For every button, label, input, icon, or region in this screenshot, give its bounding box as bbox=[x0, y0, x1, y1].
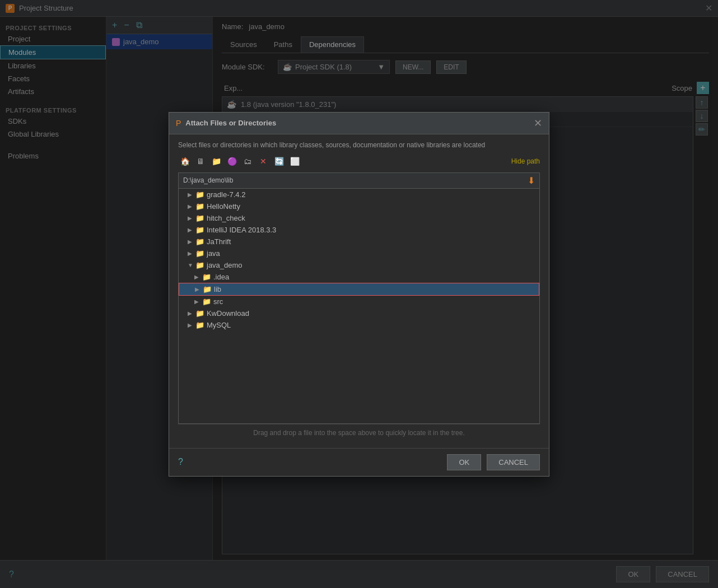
tree-item-label: MySQL bbox=[207, 321, 231, 329]
folder-icon: 📁 bbox=[195, 321, 204, 329]
current-path: D:\java_demo\lib bbox=[183, 176, 233, 184]
dialog-purple-button[interactable]: 🟣 bbox=[225, 155, 239, 168]
download-icon[interactable]: ⬇ bbox=[528, 175, 535, 186]
dialog-toolbar: 🏠 🖥 📁 🟣 🗂 ✕ 🔄 ⬜ Hide path bbox=[178, 155, 540, 168]
tree-item-hellonetty[interactable]: ▶ 📁 HelloNetty bbox=[179, 200, 539, 212]
dialog-title: Attach Files or Directories bbox=[185, 119, 534, 127]
expand-arrow: ▼ bbox=[188, 262, 193, 268]
dialog-ok-button[interactable]: OK bbox=[447, 454, 481, 470]
dialog-description: Select files or directories in which lib… bbox=[178, 141, 540, 149]
tree-item-label: lib bbox=[214, 285, 221, 293]
dialog-desktop-button[interactable]: 🖥 bbox=[194, 155, 207, 168]
dialog-cancel-button[interactable]: CANCEL bbox=[487, 454, 540, 470]
dialog-help-icon[interactable]: ? bbox=[178, 457, 183, 467]
dialog-overlay: P Attach Files or Directories ✕ Select f… bbox=[0, 0, 718, 588]
folder-icon: 📁 bbox=[203, 285, 212, 293]
tree-item-lib[interactable]: ▶ 📁 lib bbox=[179, 283, 539, 296]
drag-hint: Drag and drop a file into the space abov… bbox=[178, 424, 540, 441]
tree-item-mysql[interactable]: ▶ 📁 MySQL bbox=[179, 319, 539, 331]
folder-icon: 📁 bbox=[195, 226, 204, 234]
tree-item-src[interactable]: ▶ 📁 src bbox=[179, 296, 539, 307]
dialog-footer: ? OK CANCEL bbox=[169, 448, 549, 476]
folder-icon: 📁 bbox=[195, 261, 204, 269]
expand-arrow: ▶ bbox=[188, 322, 193, 328]
expand-arrow: ▶ bbox=[188, 192, 193, 198]
expand-arrow: ▶ bbox=[188, 239, 193, 245]
expand-arrow: ▶ bbox=[188, 250, 193, 256]
tree-item-label: src bbox=[213, 297, 223, 306]
expand-arrow: ▶ bbox=[188, 203, 193, 209]
expand-arrow: ▶ bbox=[188, 227, 193, 233]
dialog-close-button[interactable]: ✕ bbox=[534, 117, 542, 129]
tree-item-hitch-check[interactable]: ▶ 📁 hitch_check bbox=[179, 212, 539, 224]
tree-item-label: IntelliJ IDEA 2018.3.3 bbox=[207, 226, 276, 234]
hide-path-button[interactable]: Hide path bbox=[511, 157, 540, 165]
dialog-new-folder-button[interactable]: 🗂 bbox=[241, 155, 254, 168]
tree-item-label: gradle-7.4.2 bbox=[207, 190, 245, 199]
folder-icon: 📁 bbox=[195, 249, 204, 258]
folder-icon: 📁 bbox=[195, 237, 204, 246]
path-bar: D:\java_demo\lib ⬇ bbox=[178, 172, 540, 189]
tree-item-label: hitch_check bbox=[207, 214, 245, 222]
tree-item-java-demo[interactable]: ▼ 📁 java_demo bbox=[179, 259, 539, 271]
tree-item-gradle[interactable]: ▶ 📁 gradle-7.4.2 bbox=[179, 189, 539, 200]
folder-icon: 📁 bbox=[202, 297, 211, 306]
tree-item-java[interactable]: ▶ 📁 java bbox=[179, 248, 539, 259]
dialog-delete-button[interactable]: ✕ bbox=[257, 155, 270, 168]
folder-icon: 📁 bbox=[195, 190, 204, 199]
expand-arrow: ▶ bbox=[194, 274, 200, 280]
expand-arrow: ▶ bbox=[188, 310, 193, 316]
dialog-folder-button[interactable]: 📁 bbox=[209, 155, 223, 168]
tree-item-jathrift[interactable]: ▶ 📁 JaThrift bbox=[179, 236, 539, 248]
expand-arrow: ▶ bbox=[195, 286, 201, 292]
attach-dialog: P Attach Files or Directories ✕ Select f… bbox=[169, 112, 549, 477]
dialog-icon: P bbox=[176, 119, 181, 128]
folder-icon: 📁 bbox=[202, 273, 211, 281]
dialog-titlebar: P Attach Files or Directories ✕ bbox=[169, 113, 549, 134]
tree-item-label: KwDownload bbox=[207, 309, 249, 318]
tree-item-idea[interactable]: ▶ 📁 .idea bbox=[179, 271, 539, 283]
file-tree[interactable]: ▶ 📁 gradle-7.4.2 ▶ 📁 HelloNetty ▶ 📁 hitc… bbox=[178, 189, 540, 424]
tree-item-label: java bbox=[207, 249, 220, 258]
tree-item-label: HelloNetty bbox=[207, 202, 240, 211]
expand-arrow: ▶ bbox=[194, 298, 200, 305]
folder-icon: 📁 bbox=[195, 202, 204, 211]
tree-item-label: .idea bbox=[213, 273, 229, 281]
dialog-refresh-button[interactable]: 🔄 bbox=[272, 155, 286, 168]
dialog-select-button[interactable]: ⬜ bbox=[288, 155, 301, 168]
expand-arrow: ▶ bbox=[188, 215, 193, 221]
tree-item-label: java_demo bbox=[207, 261, 243, 269]
tree-item-label: JaThrift bbox=[207, 237, 231, 246]
tree-item-intellij[interactable]: ▶ 📁 IntelliJ IDEA 2018.3.3 bbox=[179, 224, 539, 236]
dialog-home-button[interactable]: 🏠 bbox=[178, 155, 192, 168]
tree-item-kwdownload[interactable]: ▶ 📁 KwDownload bbox=[179, 307, 539, 319]
folder-icon: 📁 bbox=[195, 309, 204, 318]
dialog-body: Select files or directories in which lib… bbox=[169, 134, 549, 448]
folder-icon: 📁 bbox=[195, 214, 204, 222]
